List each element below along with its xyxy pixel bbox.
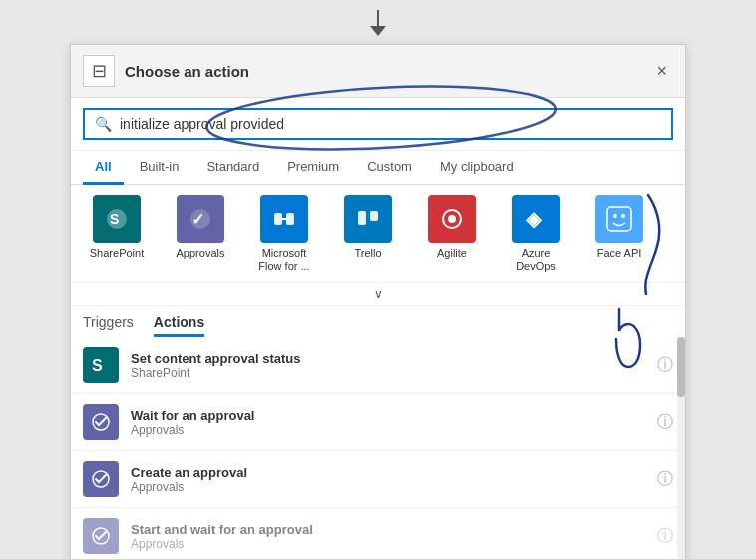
scrollbar-thumb[interactable] bbox=[677, 337, 685, 397]
action-sharepoint-icon: S bbox=[83, 347, 119, 383]
azure-devops-label: Azure DevOps bbox=[502, 247, 569, 273]
agilite-label: Agilite bbox=[437, 247, 467, 260]
trello-label: Trello bbox=[354, 247, 381, 260]
connector-azure-devops[interactable]: ◈ Azure DevOps bbox=[502, 195, 569, 273]
action-approvals-icon-1 bbox=[83, 404, 119, 440]
face-api-label: Face API bbox=[597, 247, 642, 260]
tab-triggers[interactable]: Triggers bbox=[83, 314, 134, 337]
svg-point-17 bbox=[621, 214, 625, 218]
action-source: Approvals bbox=[131, 537, 657, 551]
action-set-content-approval[interactable]: S Set content approval status SharePoint… bbox=[71, 337, 685, 394]
approvals-label: Approvals bbox=[177, 247, 225, 260]
info-icon-1[interactable]: ⓘ bbox=[657, 412, 673, 433]
tab-builtin[interactable]: Built-in bbox=[128, 151, 191, 185]
action-approvals-icon-2 bbox=[83, 461, 119, 497]
connector-face-api[interactable]: Face API bbox=[585, 195, 653, 260]
tab-actions[interactable]: Actions bbox=[154, 314, 204, 337]
svg-point-16 bbox=[613, 214, 617, 218]
action-name: Start and wait for an approval bbox=[131, 522, 657, 537]
info-icon-0[interactable]: ⓘ bbox=[657, 355, 673, 376]
action-source: SharePoint bbox=[131, 366, 657, 380]
search-input-wrapper[interactable]: 🔍 bbox=[83, 108, 673, 140]
sharepoint-icon: S bbox=[93, 195, 141, 243]
dialog-header-icon: ⊟ bbox=[83, 55, 115, 87]
sharepoint-label: SharePoint bbox=[90, 247, 144, 260]
action-name: Set content approval status bbox=[131, 351, 657, 366]
trello-icon bbox=[344, 195, 392, 243]
svg-rect-8 bbox=[286, 213, 294, 225]
tabs-row: All Built-in Standard Premium Custom My … bbox=[71, 151, 685, 185]
tab-myclipboard[interactable]: My clipboard bbox=[428, 151, 526, 185]
info-icon-3[interactable]: ⓘ bbox=[657, 526, 673, 547]
svg-rect-7 bbox=[274, 213, 282, 225]
svg-rect-11 bbox=[370, 211, 378, 221]
dialog-header: ⊟ Choose an action × bbox=[71, 45, 685, 98]
tab-all[interactable]: All bbox=[83, 151, 124, 185]
svg-text:✓: ✓ bbox=[191, 211, 204, 228]
svg-point-13 bbox=[448, 215, 456, 223]
connector-approvals[interactable]: ✓ Approvals bbox=[167, 195, 234, 260]
tab-premium[interactable]: Premium bbox=[275, 151, 351, 185]
tab-custom[interactable]: Custom bbox=[355, 151, 424, 185]
action-name: Wait for an approval bbox=[131, 408, 657, 423]
collapse-bar[interactable]: ∨ bbox=[71, 283, 685, 306]
actions-list: S Set content approval status SharePoint… bbox=[71, 337, 685, 559]
action-source: Approvals bbox=[131, 423, 657, 437]
connector-sharepoint[interactable]: S SharePoint bbox=[83, 195, 151, 260]
flow-arrow bbox=[0, 0, 756, 44]
msflow-icon bbox=[260, 195, 308, 243]
svg-rect-10 bbox=[358, 211, 366, 225]
svg-text:S: S bbox=[110, 211, 119, 227]
search-input[interactable] bbox=[120, 116, 661, 132]
dialog-title: Choose an action bbox=[125, 63, 249, 80]
action-source: Approvals bbox=[131, 480, 657, 494]
connector-trello[interactable]: Trello bbox=[334, 195, 402, 260]
action-create-approval[interactable]: Create an approval Approvals ⓘ bbox=[71, 451, 685, 508]
connector-agilite[interactable]: Agilite bbox=[418, 195, 486, 260]
info-icon-2[interactable]: ⓘ bbox=[657, 469, 673, 490]
connector-msflow[interactable]: Microsoft Flow for ... bbox=[250, 195, 318, 273]
triggers-actions-tabs: Triggers Actions bbox=[71, 306, 685, 337]
choose-action-dialog: ⊟ Choose an action × 🔍 All Built-in Stan… bbox=[70, 44, 686, 559]
action-wait-for-approval[interactable]: Wait for an approval Approvals ⓘ bbox=[71, 394, 685, 451]
action-name: Create an approval bbox=[131, 465, 657, 480]
svg-marker-2 bbox=[370, 26, 386, 36]
agilite-icon bbox=[428, 195, 476, 243]
msflow-label: Microsoft Flow for ... bbox=[250, 247, 318, 273]
action-start-wait-approval[interactable]: Start and wait for an approval Approvals… bbox=[71, 508, 685, 559]
tab-standard[interactable]: Standard bbox=[194, 151, 271, 185]
svg-text:S: S bbox=[92, 357, 103, 374]
azure-devops-icon: ◈ bbox=[512, 195, 560, 243]
collapse-icon: ∨ bbox=[374, 287, 383, 301]
svg-text:◈: ◈ bbox=[525, 208, 543, 230]
scrollbar-track[interactable] bbox=[677, 337, 685, 559]
face-api-icon bbox=[595, 195, 643, 243]
approvals-icon: ✓ bbox=[177, 195, 224, 243]
svg-rect-15 bbox=[607, 207, 631, 231]
search-icon: 🔍 bbox=[95, 116, 112, 132]
close-button[interactable]: × bbox=[650, 60, 673, 82]
action-approvals-icon-3 bbox=[83, 518, 119, 554]
search-area: 🔍 bbox=[71, 98, 685, 151]
actions-container: S Set content approval status SharePoint… bbox=[71, 337, 685, 559]
connectors-row: S SharePoint ✓ Approvals Mic bbox=[71, 185, 685, 283]
